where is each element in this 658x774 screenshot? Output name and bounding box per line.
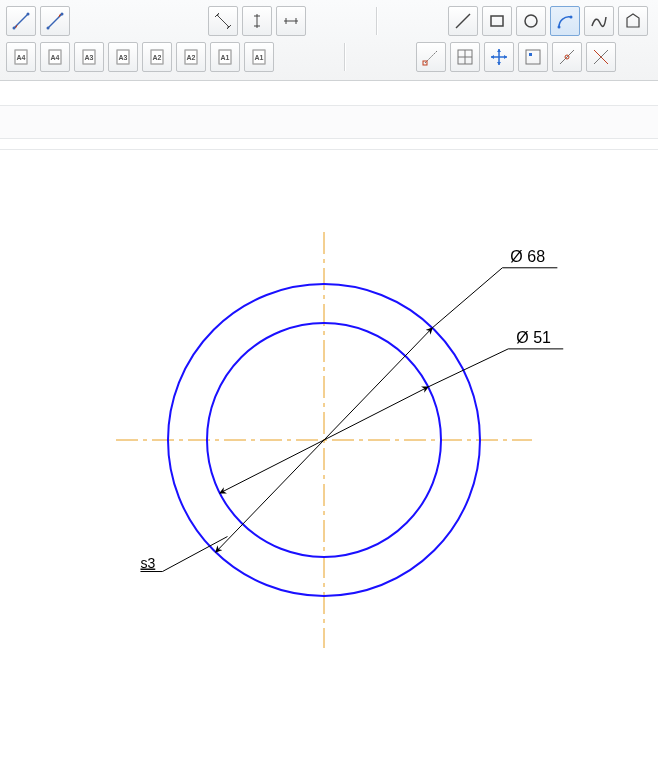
dim-inner-label: Ø 51 <box>516 329 551 346</box>
toolbar-separator <box>376 7 378 35</box>
thickness-label: s3 <box>140 555 155 571</box>
sheet-size-label: A3 <box>119 54 128 61</box>
dim-horizontal[interactable] <box>276 6 306 36</box>
svg-rect-26 <box>526 50 540 64</box>
sheet-size-label: A1 <box>255 54 264 61</box>
snap-intersect[interactable] <box>450 42 480 72</box>
svg-point-1 <box>27 13 30 16</box>
line-tool-a[interactable] <box>6 6 36 36</box>
svg-point-5 <box>525 15 537 27</box>
sheet-size-label: A4 <box>17 54 26 61</box>
svg-point-3 <box>61 13 64 16</box>
dim-vertical[interactable] <box>242 6 272 36</box>
snap-move[interactable] <box>484 42 514 72</box>
snap-diag[interactable] <box>586 42 616 72</box>
svg-point-6 <box>558 26 561 29</box>
sheet-size-label: A3 <box>85 54 94 61</box>
svg-point-0 <box>13 27 16 30</box>
snap-endpoint[interactable] <box>416 42 446 72</box>
draw-rect[interactable] <box>482 6 512 36</box>
drawing-canvas[interactable]: Ø 68Ø 51s3 <box>0 149 658 729</box>
draw-polygon[interactable] <box>618 6 648 36</box>
svg-rect-4 <box>491 16 503 26</box>
sheet-a1-2[interactable]: A1 <box>244 42 274 72</box>
sheet-size-label: A2 <box>153 54 162 61</box>
sheet-a2-2[interactable]: A2 <box>176 42 206 72</box>
toolbar-separator <box>344 43 346 71</box>
toolbar-row-2: A4A4A3A3A2A2A1A1 <box>6 40 652 74</box>
draw-arc[interactable] <box>550 6 580 36</box>
svg-point-7 <box>570 16 573 19</box>
sheet-size-label: A2 <box>187 54 196 61</box>
dim-outer-label: Ø 68 <box>510 248 545 265</box>
line-tool-b[interactable] <box>40 6 70 36</box>
sheet-a3-2[interactable]: A3 <box>108 42 138 72</box>
snap-grid[interactable] <box>518 42 548 72</box>
sheet-a1-1[interactable]: A1 <box>210 42 240 72</box>
sheet-a2-1[interactable]: A2 <box>142 42 172 72</box>
toolbar-row-1 <box>6 4 652 38</box>
sheet-a4-1[interactable]: A4 <box>6 42 36 72</box>
dim-linear[interactable] <box>208 6 238 36</box>
snap-line[interactable] <box>552 42 582 72</box>
svg-point-2 <box>47 27 50 30</box>
svg-rect-27 <box>529 53 532 56</box>
ribbon-spacer <box>0 105 658 139</box>
draw-spline[interactable] <box>584 6 614 36</box>
draw-circle[interactable] <box>516 6 546 36</box>
dim-outer-leader <box>432 268 502 328</box>
sheet-size-label: A4 <box>51 54 60 61</box>
sheet-a4-2[interactable]: A4 <box>40 42 70 72</box>
draw-line[interactable] <box>448 6 478 36</box>
sheet-a3-1[interactable]: A3 <box>74 42 104 72</box>
toolbar-area: A4A4A3A3A2A2A1A1 <box>0 0 658 81</box>
sheet-size-label: A1 <box>221 54 230 61</box>
